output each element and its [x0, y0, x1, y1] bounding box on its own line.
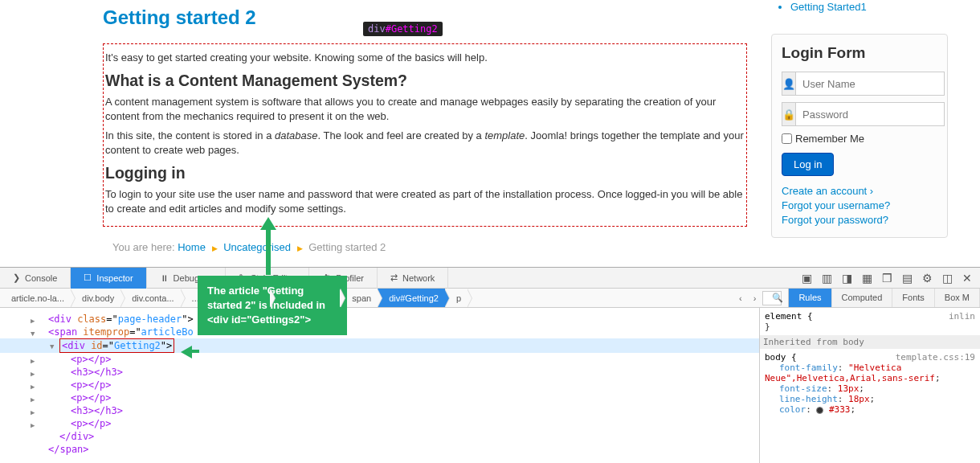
- tab-console[interactable]: ❯Console: [0, 268, 71, 289]
- color-swatch-icon[interactable]: [816, 407, 823, 414]
- remember-me-label: Remember Me: [795, 133, 864, 145]
- inspector-tooltip: div#Getting2: [363, 22, 443, 36]
- forgot-password-link[interactable]: Forgot your password?: [782, 213, 937, 227]
- password-input[interactable]: [795, 102, 945, 126]
- article-heading-2: Logging in: [105, 164, 745, 182]
- article-p3: To login to your site use the user name …: [105, 187, 745, 216]
- responsive-icon[interactable]: ▥: [822, 272, 832, 285]
- bc-article[interactable]: article.no-la...: [0, 289, 71, 308]
- bc-next-icon[interactable]: ›: [749, 293, 762, 303]
- create-account-link[interactable]: Create an account ›: [782, 184, 937, 199]
- breadcrumb: You are here: Home ▶ Uncategorised ▶ Get…: [103, 241, 747, 253]
- login-heading: Login Form: [782, 44, 937, 62]
- highlight-icon[interactable]: ▣: [802, 272, 812, 285]
- inherited-label: Inherited from body: [760, 335, 980, 349]
- breadcrumb-category[interactable]: Uncategorised: [223, 241, 291, 253]
- dom-tree[interactable]: ▶<div class="page-header"> ▼<span itempr…: [0, 308, 759, 463]
- article-p1: A content management system is software …: [105, 95, 745, 124]
- sidebar-links: Getting Started1: [771, 0, 948, 14]
- twisty-icon[interactable]: ▶: [31, 393, 35, 406]
- twisty-icon[interactable]: ▶: [31, 314, 35, 327]
- css-rules-panel: element {inlin } Inherited from body bod…: [759, 308, 980, 463]
- arrow-icon: [266, 227, 271, 275]
- breadcrumb-current: Getting started 2: [308, 241, 386, 253]
- twisty-icon[interactable]: ▼: [50, 340, 54, 353]
- bc-prev-icon[interactable]: ‹: [734, 293, 747, 303]
- username-input[interactable]: [795, 72, 945, 96]
- devtools-tabbar: ❯Console ☐Inspector ⏸Debugger ✎Style Edi…: [0, 268, 980, 289]
- css-tab-rules[interactable]: Rules: [789, 289, 831, 307]
- settings-icon[interactable]: ⚙: [922, 272, 933, 285]
- twisty-icon[interactable]: ▶: [31, 380, 35, 393]
- dom-breadcrumb: article.no-la... div.body div.conta... .…: [0, 289, 980, 308]
- inspected-element-highlight: It's easy to get started creating your w…: [103, 43, 747, 227]
- arrow-icon: [181, 346, 192, 359]
- bc-getting2[interactable]: div#Getting2: [378, 289, 445, 308]
- chevron-right-icon: ›: [870, 185, 873, 197]
- twisty-icon[interactable]: ▶: [31, 419, 35, 432]
- twisty-icon[interactable]: ▶: [31, 354, 35, 367]
- arrow-icon: [191, 350, 199, 353]
- bc-div-body[interactable]: div.body: [71, 289, 120, 308]
- sidebar-link-getting-started-1[interactable]: Getting Started1: [790, 1, 867, 13]
- console-icon: ❯: [13, 272, 20, 283]
- inspector-icon: ☐: [84, 272, 92, 283]
- devtools-panel: ❯Console ☐Inspector ⏸Debugger ✎Style Edi…: [0, 267, 980, 463]
- login-button[interactable]: Log in: [782, 153, 834, 176]
- debugger-icon: ⏸: [160, 273, 169, 283]
- search-icon: 🔍: [767, 293, 788, 303]
- close-icon[interactable]: ✕: [962, 272, 972, 285]
- article-intro: It's easy to get started creating your w…: [105, 51, 745, 65]
- tab-inspector[interactable]: ☐Inspector: [71, 268, 146, 289]
- remember-me-checkbox[interactable]: [782, 133, 792, 144]
- lock-icon: 🔒: [782, 102, 795, 126]
- bc-div-container[interactable]: div.conta...: [120, 289, 180, 308]
- paint-icon[interactable]: ◨: [842, 272, 852, 285]
- tab-network[interactable]: ⇄Network: [378, 268, 448, 289]
- chevron-right-icon: ▶: [297, 244, 303, 252]
- twisty-icon[interactable]: ▶: [31, 406, 35, 419]
- network-icon: ⇄: [390, 272, 398, 283]
- breadcrumb-home[interactable]: Home: [178, 241, 206, 253]
- chevron-right-icon: ▶: [212, 244, 218, 252]
- css-tab-fonts[interactable]: Fonts: [892, 289, 935, 307]
- forgot-username-link[interactable]: Forgot your username?: [782, 199, 937, 213]
- arrow-icon: [260, 217, 276, 230]
- login-form: Login Form 👤 🔒 Remember Me Log in Create…: [771, 34, 948, 238]
- css-tab-computed[interactable]: Computed: [832, 289, 893, 307]
- article-heading-1: What is a Content Management System?: [105, 72, 745, 90]
- css-tab-box[interactable]: Box M: [935, 289, 980, 307]
- twisty-icon[interactable]: ▶: [31, 367, 35, 380]
- ruler-icon[interactable]: ▤: [902, 272, 913, 285]
- scratchpad-icon[interactable]: ▦: [862, 272, 872, 285]
- article-p2: In this site, the content is stored in a…: [105, 129, 745, 158]
- cube-icon[interactable]: ❒: [882, 272, 892, 285]
- dock-icon[interactable]: ◫: [942, 272, 953, 285]
- user-icon: 👤: [782, 72, 795, 96]
